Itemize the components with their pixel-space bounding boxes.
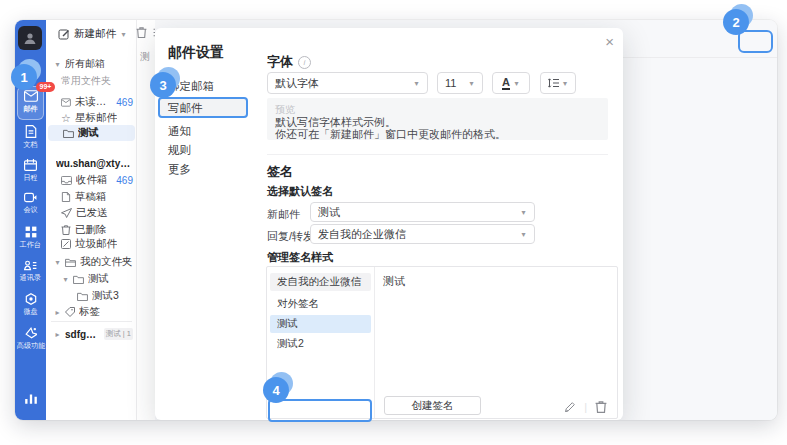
signature-item-wecom[interactable]: 发自我的企业微信: [270, 273, 371, 291]
signature-item-test-selected[interactable]: 测试: [270, 315, 371, 333]
folder-all-mailboxes[interactable]: ▾ 所有邮箱: [46, 56, 137, 72]
compose-button[interactable]: 新建邮件 ▾: [58, 27, 127, 41]
settings-menu-notifications[interactable]: 通知: [159, 123, 247, 140]
line-spacing-button[interactable]: ▾: [540, 72, 576, 94]
signature-section-heading: 签名: [267, 163, 293, 181]
account-label: wu.shan@xty321....: [56, 158, 133, 169]
rail-item-advanced[interactable]: 高级功能: [15, 327, 46, 351]
folder-icon: [63, 129, 74, 138]
new-mail-label: 新邮件: [267, 207, 300, 222]
inbox-icon: [61, 176, 72, 185]
signature-item-label: 测试2: [277, 337, 304, 351]
folder-label: 收件箱: [76, 173, 108, 187]
rail-label: 日程: [23, 173, 37, 183]
rail-item-calendar[interactable]: 日程: [15, 159, 46, 183]
modal-close-icon[interactable]: ×: [605, 33, 614, 50]
unread-badge: 99+: [36, 82, 56, 92]
folder-label: 未读邮件: [75, 95, 113, 109]
calendar-icon: [24, 159, 37, 171]
folder-row-test-selected[interactable]: 测试: [48, 125, 135, 141]
step-number: 2: [723, 9, 749, 35]
account-row-2[interactable]: ▸ sdfghjl@xt... 测试 | 1: [46, 326, 137, 342]
settings-menu-rules[interactable]: 规则: [159, 142, 247, 159]
modal-title: 邮件设置: [168, 44, 224, 62]
signature-item-test2[interactable]: 测试2: [270, 335, 371, 353]
rail-item-drive[interactable]: 微盘: [15, 293, 46, 317]
folder-row-spam[interactable]: 垃圾邮件: [46, 236, 137, 252]
folder-label: 标签: [79, 305, 100, 319]
signature-actions: |: [564, 401, 607, 413]
font-preview-box: 预览 默认写信字体样式示例。 你还可在「新建邮件」窗口中更改邮件的格式。: [267, 98, 608, 140]
mail-list-item-partial: 测: [140, 50, 150, 64]
line-spacing-icon: [548, 78, 559, 88]
step-number: 3: [150, 72, 176, 98]
reply-forward-signature-select[interactable]: 发自我的企业微信 ▾: [310, 224, 535, 244]
folder-row-starred[interactable]: ☆ 星标邮件: [46, 110, 137, 126]
new-mail-signature-select[interactable]: 测试 ▾: [310, 202, 535, 222]
rail-label: 邮件: [23, 104, 37, 114]
caret-right-icon: ▸: [54, 330, 61, 339]
divider: [51, 321, 132, 322]
rail-item-meeting[interactable]: 会议: [15, 192, 46, 215]
font-family-select[interactable]: 默认字体 ▾: [267, 72, 428, 94]
edit-signature-icon[interactable]: [564, 401, 576, 413]
font-color-button[interactable]: A ▾: [492, 72, 530, 94]
mail-settings-modal: 邮件设置 × 绑定邮箱 写邮件 通知 规则 更多 字体 i 默认字体 ▾ 11 …: [155, 28, 623, 420]
step-number: 1: [11, 64, 37, 90]
folder-label: 星标邮件: [75, 111, 117, 125]
settings-menu-more[interactable]: 更多: [159, 161, 247, 178]
rail-item-workbench[interactable]: 工作台: [15, 226, 46, 250]
account-row-1[interactable]: wu.shan@xty321....: [46, 155, 137, 171]
signature-item-label: 测试: [277, 317, 298, 331]
folder-row-tags[interactable]: ▸ 标签: [46, 304, 137, 320]
manage-signatures-heading: 管理签名样式: [267, 250, 333, 265]
folder-row-unread[interactable]: 未读邮件 469: [46, 94, 137, 110]
divider: [267, 154, 608, 155]
delete-mail-icon[interactable]: [136, 27, 147, 38]
folder-row-sent[interactable]: 已发送: [46, 205, 137, 221]
star-icon: ☆: [61, 113, 71, 123]
mail-icon: [24, 90, 38, 102]
tag-icon: [65, 307, 75, 317]
font-size-select[interactable]: 11 ▾: [437, 72, 483, 94]
rail-label: 微盘: [23, 307, 37, 317]
menu-label: 更多: [168, 162, 191, 177]
folder-open-icon: [65, 258, 76, 267]
info-icon: i: [298, 56, 311, 69]
drive-icon: [25, 293, 37, 305]
avatar[interactable]: [18, 26, 42, 50]
rail-label: 通讯录: [20, 273, 41, 283]
font-family-value: 默认字体: [275, 76, 319, 91]
folder-row-drafts[interactable]: 草稿箱: [46, 189, 137, 205]
preview-line2: 你还可在「新建邮件」窗口中更改邮件的格式。: [275, 127, 506, 142]
folder-label: 已删除: [75, 223, 107, 237]
font-heading-label: 字体: [267, 53, 293, 71]
chevron-down-icon: ▾: [513, 79, 520, 88]
rail-item-stats[interactable]: [15, 392, 46, 405]
rail-item-docs[interactable]: 文档: [15, 125, 46, 150]
chevron-down-icon: ▾: [413, 79, 420, 88]
caret-down-icon: ▾: [54, 258, 61, 267]
divider: |: [584, 401, 587, 413]
toolbar-divider: [623, 57, 777, 58]
folder-row-my-folders[interactable]: ▾ 我的文件夹: [46, 254, 137, 270]
send-icon: [61, 208, 72, 218]
signature-preview-text: 测试: [383, 274, 405, 289]
delete-signature-icon[interactable]: [595, 401, 607, 413]
draft-icon: [61, 192, 71, 202]
contacts-icon: [24, 260, 37, 271]
folder-row-test3[interactable]: 测试3: [46, 288, 137, 304]
signature-item-external[interactable]: 对外签名: [270, 295, 371, 313]
folder-icon: [73, 275, 84, 284]
folder-row-test-sub[interactable]: ▾ 测试: [46, 271, 137, 287]
grid-icon: [25, 226, 37, 238]
reply-forward-signature-value: 发自我的企业微信: [318, 227, 406, 242]
step-annotation-4: 4: [263, 377, 289, 403]
rail-item-contacts[interactable]: 通讯录: [15, 260, 46, 283]
rail-item-mail[interactable]: 99+ 邮件: [15, 90, 46, 114]
folder-row-inbox[interactable]: 收件箱 469: [46, 172, 137, 188]
folder-label: 测试: [88, 272, 109, 286]
create-signature-button[interactable]: 创建签名: [384, 396, 481, 415]
folder-label: 测试: [78, 126, 99, 140]
menu-label: 通知: [168, 124, 191, 139]
